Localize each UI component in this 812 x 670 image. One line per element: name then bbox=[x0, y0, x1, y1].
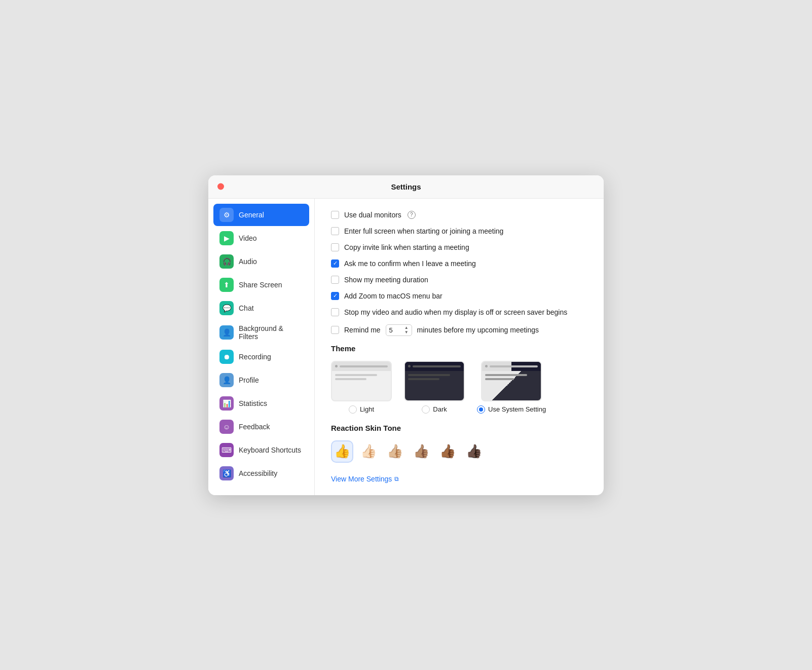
fullscreen-checkbox[interactable] bbox=[331, 227, 339, 235]
chat-label: Chat bbox=[239, 304, 254, 312]
general-icon: ⚙ bbox=[219, 208, 234, 222]
main-panel: Use dual monitors?Enter full screen when… bbox=[315, 199, 604, 495]
copy-invite-label: Copy invite link when starting a meeting bbox=[344, 243, 469, 251]
setting-row-confirm-leave: Ask me to confirm when I leave a meeting bbox=[331, 259, 587, 268]
sidebar-item-general[interactable]: ⚙General bbox=[213, 204, 309, 226]
profile-icon: 👤 bbox=[219, 373, 234, 387]
confirm-leave-label: Ask me to confirm when I leave a meeting bbox=[344, 259, 476, 268]
preview-dot bbox=[408, 365, 411, 367]
theme-title: Theme bbox=[331, 344, 587, 353]
setting-row-fullscreen: Enter full screen when starting or joini… bbox=[331, 227, 587, 235]
preview-line bbox=[413, 365, 461, 367]
share-screen-label: Share Screen bbox=[239, 281, 282, 289]
arrow-down[interactable]: ▼ bbox=[404, 330, 409, 334]
light-radio[interactable] bbox=[349, 405, 357, 414]
menu-bar-label: Add Zoom to macOS menu bar bbox=[344, 292, 442, 300]
sidebar-item-statistics[interactable]: 📊Statistics bbox=[213, 392, 309, 415]
reminder-checkbox[interactable] bbox=[331, 326, 339, 334]
setting-row-copy-invite: Copy invite link when starting a meeting bbox=[331, 243, 587, 251]
share-screen-icon: ⬆ bbox=[219, 278, 234, 292]
view-more-link[interactable]: View More Settings ⧉ bbox=[331, 475, 587, 483]
skin-tone-row: 👍👍🏻👍🏼👍🏽👍🏾👍🏿 bbox=[331, 440, 587, 463]
arrow-up[interactable]: ▲ bbox=[404, 326, 409, 330]
sidebar-item-background-filters[interactable]: 👤Background & Filters bbox=[213, 320, 309, 345]
menu-bar-checkbox[interactable] bbox=[331, 292, 339, 300]
dark-radio-row: Dark bbox=[422, 405, 447, 414]
sidebar-item-recording[interactable]: ⏺Recording bbox=[213, 346, 309, 368]
statistics-label: Statistics bbox=[239, 399, 267, 407]
settings-window: Settings ⚙General▶Video🎧Audio⬆Share Scre… bbox=[208, 175, 604, 495]
sidebar-item-keyboard-shortcuts[interactable]: ⌨Keyboard Shortcuts bbox=[213, 439, 309, 461]
minutes-value: 5 bbox=[389, 326, 404, 334]
light-label: Light bbox=[360, 405, 374, 413]
window-title: Settings bbox=[391, 182, 421, 191]
background-filters-label: Background & Filters bbox=[239, 324, 303, 341]
background-filters-icon: 👤 bbox=[219, 325, 234, 340]
preview-dot bbox=[335, 365, 338, 367]
chat-icon: 💬 bbox=[219, 301, 234, 315]
titlebar: Settings bbox=[208, 175, 604, 199]
skin-tone-0[interactable]: 👍 bbox=[331, 440, 353, 463]
sidebar-item-share-screen[interactable]: ⬆Share Screen bbox=[213, 274, 309, 296]
keyboard-shortcuts-icon: ⌨ bbox=[219, 443, 234, 457]
video-icon: ▶ bbox=[219, 231, 234, 245]
preview-line bbox=[340, 365, 388, 367]
recording-icon: ⏺ bbox=[219, 350, 234, 364]
preview-content bbox=[335, 374, 377, 376]
stop-video-audio-checkbox[interactable] bbox=[331, 308, 339, 316]
sidebar-item-profile[interactable]: 👤Profile bbox=[213, 369, 309, 391]
recording-label: Recording bbox=[239, 353, 271, 361]
skin-tone-3[interactable]: 👍🏽 bbox=[410, 440, 432, 463]
skin-tone-1[interactable]: 👍🏻 bbox=[357, 440, 380, 463]
dual-monitors-help-icon[interactable]: ? bbox=[408, 211, 416, 219]
system-preview bbox=[481, 361, 542, 401]
setting-row-stop-video-audio: Stop my video and audio when my display … bbox=[331, 308, 587, 316]
skin-tone-2[interactable]: 👍🏼 bbox=[384, 440, 406, 463]
feedback-label: Feedback bbox=[239, 423, 270, 431]
setting-row-meeting-duration: Show my meeting duration bbox=[331, 276, 587, 284]
setting-row-dual-monitors: Use dual monitors? bbox=[331, 211, 587, 219]
meeting-duration-checkbox[interactable] bbox=[331, 276, 339, 284]
external-link-icon: ⧉ bbox=[394, 475, 399, 482]
theme-option-light[interactable]: Light bbox=[331, 361, 392, 414]
copy-invite-checkbox[interactable] bbox=[331, 243, 339, 251]
keyboard-shortcuts-label: Keyboard Shortcuts bbox=[239, 446, 301, 454]
light-radio-row: Light bbox=[349, 405, 374, 414]
sidebar-item-feedback[interactable]: ☺Feedback bbox=[213, 416, 309, 438]
preview-content bbox=[408, 378, 439, 380]
system-radio-row: Use System Setting bbox=[477, 405, 546, 414]
preview-line bbox=[490, 365, 538, 367]
minutes-input[interactable]: 5 ▲ ▼ bbox=[386, 324, 412, 336]
close-button[interactable] bbox=[217, 183, 224, 190]
minutes-arrows: ▲ ▼ bbox=[404, 326, 409, 334]
setting-row-menu-bar: Add Zoom to macOS menu bar bbox=[331, 292, 587, 300]
sidebar-item-chat[interactable]: 💬Chat bbox=[213, 297, 309, 319]
audio-label: Audio bbox=[239, 257, 257, 266]
stop-video-audio-label: Stop my video and audio when my display … bbox=[344, 308, 567, 316]
skin-tone-5[interactable]: 👍🏿 bbox=[463, 440, 485, 463]
system-label: Use System Setting bbox=[488, 405, 546, 413]
preview-content bbox=[408, 374, 450, 376]
skin-tone-title: Reaction Skin Tone bbox=[331, 424, 587, 432]
confirm-leave-checkbox[interactable] bbox=[331, 259, 339, 268]
accessibility-label: Accessibility bbox=[239, 469, 277, 477]
light-preview bbox=[331, 361, 392, 401]
theme-option-system[interactable]: Use System Setting bbox=[477, 361, 546, 414]
dual-monitors-checkbox[interactable] bbox=[331, 211, 339, 219]
dark-radio[interactable] bbox=[422, 405, 430, 414]
preview-content bbox=[485, 374, 527, 376]
skin-tone-4[interactable]: 👍🏾 bbox=[436, 440, 459, 463]
content-area: ⚙General▶Video🎧Audio⬆Share Screen💬Chat👤B… bbox=[208, 199, 604, 495]
sidebar-item-video[interactable]: ▶Video bbox=[213, 227, 309, 249]
video-label: Video bbox=[239, 234, 257, 242]
view-more-label: View More Settings bbox=[331, 475, 392, 483]
sidebar-item-accessibility[interactable]: ♿Accessibility bbox=[213, 462, 309, 485]
meeting-duration-label: Show my meeting duration bbox=[344, 276, 428, 284]
dark-label: Dark bbox=[433, 405, 447, 413]
audio-icon: 🎧 bbox=[219, 254, 234, 269]
sidebar-item-audio[interactable]: 🎧Audio bbox=[213, 250, 309, 273]
system-radio[interactable] bbox=[477, 405, 485, 414]
preview-dot bbox=[485, 365, 488, 367]
theme-option-dark[interactable]: Dark bbox=[404, 361, 465, 414]
dark-preview bbox=[404, 361, 465, 401]
